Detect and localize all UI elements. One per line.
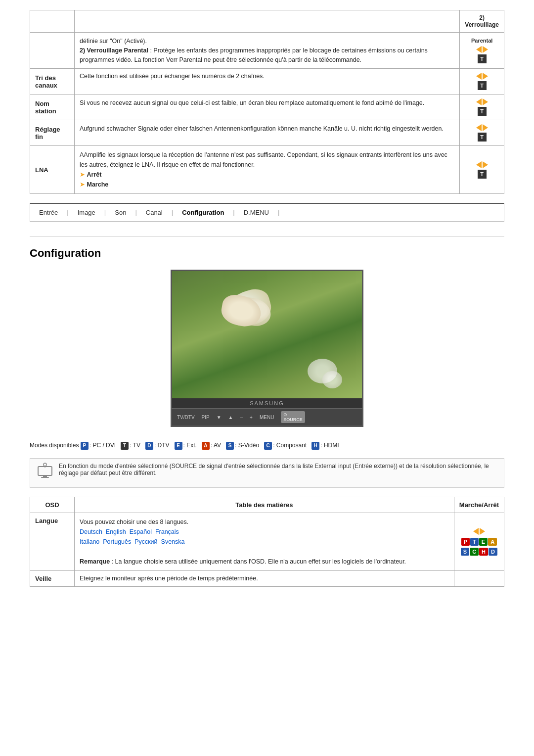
tri-canaux-label: Tri descanaux [30, 69, 75, 94]
tv-btn-plus: + [250, 415, 253, 420]
nav-canal[interactable]: Canal [137, 207, 172, 218]
lang-badge-d: D [489, 548, 497, 556]
nom-station-label: Nom station [30, 94, 75, 120]
badge-a: A [202, 442, 210, 450]
icon-langue: P T E A S C H D [459, 528, 499, 556]
tv-brand: SAMSUNG [171, 398, 363, 408]
config-header-marche: Marche/Arrêt [454, 497, 504, 513]
tv-image-container: SAMSUNG TV/DTV PIP ▼ ▲ – + MENU ⊙SOURCE [30, 270, 504, 427]
badge-hdmi: H [312, 442, 319, 450]
svg-rect-0 [38, 467, 52, 475]
lang-badge-t: T [470, 538, 479, 546]
reglage-fin-desc: Aufgrund schwacher Signale oder einer fa… [75, 120, 460, 146]
lna-desc: AAmplifie les signaux lorsque la récepti… [75, 146, 460, 194]
langue-desc: Vous pouvez choisir une des 8 langues. D… [75, 513, 454, 571]
reglage-fin-label: Réglage fin [30, 120, 75, 146]
badge-p: P [81, 442, 89, 450]
badge-s: S [226, 442, 234, 450]
svg-rect-2 [41, 477, 49, 478]
tv-btn-up: ▲ [228, 415, 233, 420]
lang-badge-s: S [461, 548, 469, 556]
section-divider [30, 236, 504, 237]
nav-entree[interactable]: Entrée [30, 207, 67, 218]
badge-c: C [264, 442, 272, 450]
modes-available: Modes disponibles P: PC / DVI T: TV D: D… [30, 439, 504, 451]
icon-tri-canaux: T [465, 73, 499, 90]
lang-badge-h: H [479, 548, 488, 556]
verrouillage-desc: définie sur "On" (Activé). 2) Verrouilla… [75, 33, 460, 69]
tv-btn-menu: MENU [260, 415, 274, 420]
section-title: Configuration [30, 247, 504, 260]
note-box: En fonction du mode d'entrée sélectionné… [30, 458, 504, 488]
langue-label: Langue [30, 513, 75, 571]
veille-icon [454, 571, 504, 587]
note-icon [36, 463, 54, 483]
navigation-bar: Entrée | Image | Son | Canal | Configura… [30, 203, 504, 222]
nav-son[interactable]: Son [106, 207, 135, 218]
nav-image[interactable]: Image [69, 207, 104, 218]
nav-dmenu[interactable]: D.MENU [235, 207, 278, 218]
lang-badge-e: E [479, 538, 488, 546]
icon-nom-station: T [465, 98, 499, 116]
tri-canaux-desc: Cette fonction est utilisée pour échange… [75, 69, 460, 94]
lang-badge-p: P [461, 538, 470, 546]
veille-desc: Eteignez le moniteur après une période d… [75, 571, 454, 587]
tv-btn-source: ⊙SOURCE [281, 411, 305, 423]
nom-station-desc: Si vous ne recevez aucun signal ou que c… [75, 94, 460, 120]
config-table: OSD Table des matières Marche/Arrêt Lang… [30, 497, 504, 587]
tv-screen [171, 270, 363, 398]
nav-configuration[interactable]: Configuration [173, 207, 233, 218]
col2-header: 2) Verrouillage [460, 10, 504, 33]
tv-btn-tvdtv: TV/DTV [177, 415, 195, 420]
modes-label: Modes disponibles [30, 442, 81, 449]
config-header-osd: OSD [30, 497, 75, 513]
lang-badge-c: C [470, 548, 479, 556]
badge-t: T [121, 442, 129, 450]
badge-d: D [145, 442, 153, 450]
tv-btn-minus: – [240, 415, 243, 420]
lna-label: LNA [30, 146, 75, 194]
tv-btn-down: ▼ [217, 415, 222, 420]
badge-e: E [175, 442, 182, 450]
icon-verrouillage: Parental T [465, 38, 499, 63]
note-text: En fonction du mode d'entrée sélectionné… [59, 463, 498, 476]
svg-rect-1 [43, 475, 47, 477]
config-header-table: Table des matières [75, 497, 454, 513]
tv-wrapper: SAMSUNG TV/DTV PIP ▼ ▲ – + MENU ⊙SOURCE [171, 270, 363, 427]
lang-badge-a: A [488, 538, 497, 546]
icon-lna: T [465, 161, 499, 179]
icon-reglage-fin: T [465, 124, 499, 142]
tv-btn-pip: PIP [202, 415, 210, 420]
veille-label: Veille [30, 571, 75, 587]
svg-point-3 [44, 463, 46, 466]
top-feature-table: 2) Verrouillage définie sur "On" (Activé… [30, 10, 504, 194]
tv-controls: TV/DTV PIP ▼ ▲ – + MENU ⊙SOURCE [171, 408, 363, 427]
